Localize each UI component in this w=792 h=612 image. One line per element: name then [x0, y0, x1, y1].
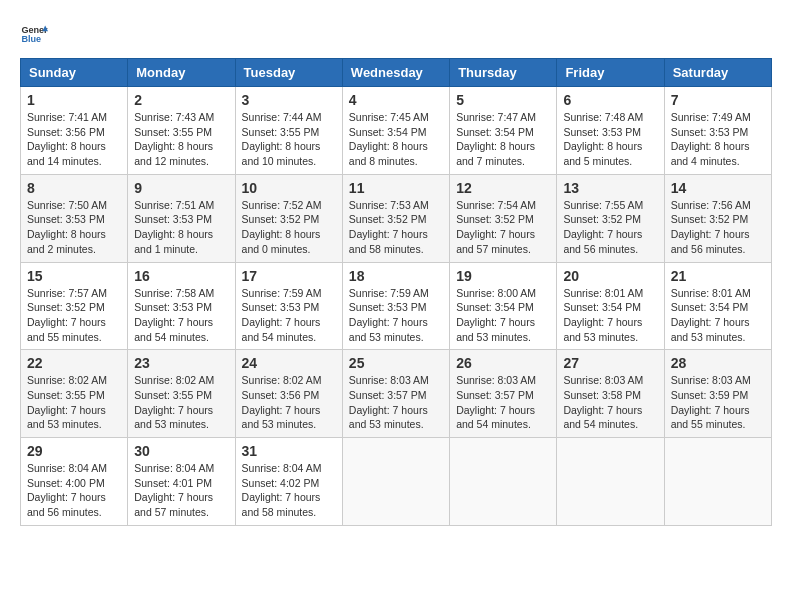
daylight: Daylight: 7 hours and 53 minutes.	[563, 316, 642, 343]
sunset: Sunset: 3:53 PM	[134, 301, 212, 313]
sunrise: Sunrise: 7:59 AM	[349, 287, 429, 299]
sunrise: Sunrise: 8:04 AM	[242, 462, 322, 474]
sunrise: Sunrise: 7:53 AM	[349, 199, 429, 211]
daylight: Daylight: 7 hours and 54 minutes.	[563, 404, 642, 431]
day-number: 16	[134, 268, 228, 284]
daylight: Daylight: 7 hours and 54 minutes.	[134, 316, 213, 343]
sunset: Sunset: 3:59 PM	[671, 389, 749, 401]
calendar-cell: 27 Sunrise: 8:03 AM Sunset: 3:58 PM Dayl…	[557, 350, 664, 438]
calendar-week-4: 22 Sunrise: 8:02 AM Sunset: 3:55 PM Dayl…	[21, 350, 772, 438]
day-info: Sunrise: 7:55 AM Sunset: 3:52 PM Dayligh…	[563, 198, 657, 257]
sunset: Sunset: 3:58 PM	[563, 389, 641, 401]
daylight: Daylight: 7 hours and 57 minutes.	[456, 228, 535, 255]
daylight: Daylight: 8 hours and 0 minutes.	[242, 228, 321, 255]
calendar-cell	[342, 438, 449, 526]
calendar-week-2: 8 Sunrise: 7:50 AM Sunset: 3:53 PM Dayli…	[21, 174, 772, 262]
daylight: Daylight: 7 hours and 55 minutes.	[27, 316, 106, 343]
sunset: Sunset: 4:02 PM	[242, 477, 320, 489]
day-info: Sunrise: 7:57 AM Sunset: 3:52 PM Dayligh…	[27, 286, 121, 345]
daylight: Daylight: 8 hours and 14 minutes.	[27, 140, 106, 167]
calendar-cell: 30 Sunrise: 8:04 AM Sunset: 4:01 PM Dayl…	[128, 438, 235, 526]
daylight: Daylight: 8 hours and 4 minutes.	[671, 140, 750, 167]
sunrise: Sunrise: 8:01 AM	[563, 287, 643, 299]
sunrise: Sunrise: 8:03 AM	[671, 374, 751, 386]
daylight: Daylight: 7 hours and 53 minutes.	[349, 404, 428, 431]
day-info: Sunrise: 8:03 AM Sunset: 3:59 PM Dayligh…	[671, 373, 765, 432]
day-number: 4	[349, 92, 443, 108]
page-header: General Blue	[20, 20, 772, 48]
sunrise: Sunrise: 7:48 AM	[563, 111, 643, 123]
calendar-cell: 24 Sunrise: 8:02 AM Sunset: 3:56 PM Dayl…	[235, 350, 342, 438]
sunrise: Sunrise: 7:50 AM	[27, 199, 107, 211]
sunrise: Sunrise: 8:03 AM	[563, 374, 643, 386]
day-info: Sunrise: 8:03 AM Sunset: 3:57 PM Dayligh…	[349, 373, 443, 432]
sunrise: Sunrise: 8:03 AM	[456, 374, 536, 386]
daylight: Daylight: 7 hours and 53 minutes.	[242, 404, 321, 431]
daylight: Daylight: 8 hours and 12 minutes.	[134, 140, 213, 167]
sunrise: Sunrise: 7:47 AM	[456, 111, 536, 123]
daylight: Daylight: 7 hours and 55 minutes.	[671, 404, 750, 431]
calendar-cell	[557, 438, 664, 526]
daylight: Daylight: 8 hours and 10 minutes.	[242, 140, 321, 167]
sunrise: Sunrise: 8:00 AM	[456, 287, 536, 299]
day-number: 15	[27, 268, 121, 284]
daylight: Daylight: 8 hours and 7 minutes.	[456, 140, 535, 167]
day-info: Sunrise: 7:51 AM Sunset: 3:53 PM Dayligh…	[134, 198, 228, 257]
daylight: Daylight: 7 hours and 54 minutes.	[456, 404, 535, 431]
sunset: Sunset: 3:55 PM	[134, 126, 212, 138]
calendar-cell: 23 Sunrise: 8:02 AM Sunset: 3:55 PM Dayl…	[128, 350, 235, 438]
column-header-friday: Friday	[557, 59, 664, 87]
calendar-cell: 14 Sunrise: 7:56 AM Sunset: 3:52 PM Dayl…	[664, 174, 771, 262]
day-number: 21	[671, 268, 765, 284]
day-number: 24	[242, 355, 336, 371]
day-number: 20	[563, 268, 657, 284]
sunset: Sunset: 3:53 PM	[242, 301, 320, 313]
calendar-cell	[664, 438, 771, 526]
calendar-cell: 1 Sunrise: 7:41 AM Sunset: 3:56 PM Dayli…	[21, 87, 128, 175]
day-number: 9	[134, 180, 228, 196]
sunrise: Sunrise: 7:59 AM	[242, 287, 322, 299]
daylight: Daylight: 7 hours and 53 minutes.	[27, 404, 106, 431]
column-header-tuesday: Tuesday	[235, 59, 342, 87]
sunset: Sunset: 3:55 PM	[27, 389, 105, 401]
calendar-cell: 7 Sunrise: 7:49 AM Sunset: 3:53 PM Dayli…	[664, 87, 771, 175]
calendar-week-5: 29 Sunrise: 8:04 AM Sunset: 4:00 PM Dayl…	[21, 438, 772, 526]
sunrise: Sunrise: 8:02 AM	[134, 374, 214, 386]
daylight: Daylight: 8 hours and 1 minute.	[134, 228, 213, 255]
sunrise: Sunrise: 7:45 AM	[349, 111, 429, 123]
sunrise: Sunrise: 7:54 AM	[456, 199, 536, 211]
sunset: Sunset: 3:53 PM	[671, 126, 749, 138]
svg-text:Blue: Blue	[21, 34, 41, 44]
sunrise: Sunrise: 7:44 AM	[242, 111, 322, 123]
calendar-header-row: SundayMondayTuesdayWednesdayThursdayFrid…	[21, 59, 772, 87]
day-info: Sunrise: 7:56 AM Sunset: 3:52 PM Dayligh…	[671, 198, 765, 257]
calendar-cell: 31 Sunrise: 8:04 AM Sunset: 4:02 PM Dayl…	[235, 438, 342, 526]
day-number: 31	[242, 443, 336, 459]
day-info: Sunrise: 8:03 AM Sunset: 3:57 PM Dayligh…	[456, 373, 550, 432]
sunset: Sunset: 3:52 PM	[242, 213, 320, 225]
calendar-cell: 25 Sunrise: 8:03 AM Sunset: 3:57 PM Dayl…	[342, 350, 449, 438]
day-info: Sunrise: 7:43 AM Sunset: 3:55 PM Dayligh…	[134, 110, 228, 169]
day-info: Sunrise: 7:45 AM Sunset: 3:54 PM Dayligh…	[349, 110, 443, 169]
day-info: Sunrise: 7:41 AM Sunset: 3:56 PM Dayligh…	[27, 110, 121, 169]
day-number: 8	[27, 180, 121, 196]
sunset: Sunset: 3:54 PM	[671, 301, 749, 313]
day-number: 25	[349, 355, 443, 371]
sunset: Sunset: 3:52 PM	[27, 301, 105, 313]
day-info: Sunrise: 7:44 AM Sunset: 3:55 PM Dayligh…	[242, 110, 336, 169]
day-info: Sunrise: 7:52 AM Sunset: 3:52 PM Dayligh…	[242, 198, 336, 257]
sunrise: Sunrise: 8:03 AM	[349, 374, 429, 386]
day-number: 22	[27, 355, 121, 371]
calendar-cell: 19 Sunrise: 8:00 AM Sunset: 3:54 PM Dayl…	[450, 262, 557, 350]
logo-icon: General Blue	[20, 20, 48, 48]
calendar-week-3: 15 Sunrise: 7:57 AM Sunset: 3:52 PM Dayl…	[21, 262, 772, 350]
calendar-cell: 20 Sunrise: 8:01 AM Sunset: 3:54 PM Dayl…	[557, 262, 664, 350]
day-info: Sunrise: 7:53 AM Sunset: 3:52 PM Dayligh…	[349, 198, 443, 257]
sunrise: Sunrise: 7:43 AM	[134, 111, 214, 123]
daylight: Daylight: 7 hours and 53 minutes.	[671, 316, 750, 343]
day-number: 13	[563, 180, 657, 196]
day-info: Sunrise: 8:00 AM Sunset: 3:54 PM Dayligh…	[456, 286, 550, 345]
calendar-cell: 17 Sunrise: 7:59 AM Sunset: 3:53 PM Dayl…	[235, 262, 342, 350]
daylight: Daylight: 7 hours and 53 minutes.	[349, 316, 428, 343]
sunrise: Sunrise: 8:04 AM	[27, 462, 107, 474]
